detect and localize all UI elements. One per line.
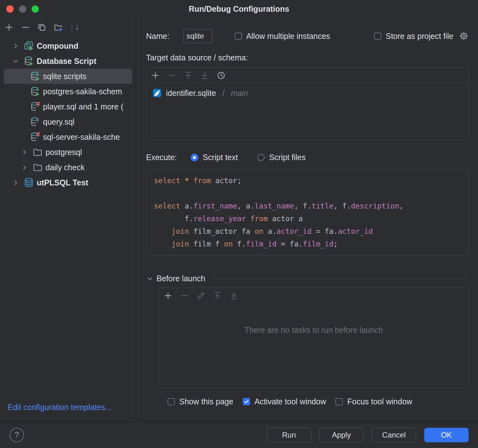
data-source-item[interactable]: identifier.sqlite / main xyxy=(146,84,468,103)
chevron-right-icon[interactable] xyxy=(10,179,21,186)
add-icon[interactable] xyxy=(4,23,14,32)
edit-templates-link[interactable]: Edit configuration templates... xyxy=(0,397,136,421)
edit-icon[interactable] xyxy=(196,291,205,300)
tree-item-sql-server-sakila-sche[interactable]: sql-server-sakila-sche xyxy=(4,129,132,145)
zoom-window-button[interactable] xyxy=(32,5,39,13)
tree-item-label: utPLSQL Test xyxy=(37,178,88,187)
execute-option-script-files[interactable]: Script files xyxy=(257,153,305,162)
cancel-button[interactable]: Cancel xyxy=(372,428,416,442)
sql-code-line: select a.first_name, a.last_name, f.titl… xyxy=(154,200,461,212)
checkbox-label: Focus tool window xyxy=(347,397,412,406)
checkbox-icon[interactable] xyxy=(235,33,242,40)
execute-option-script-text[interactable]: Script text xyxy=(191,153,238,162)
sort-alpha-icon[interactable]: az xyxy=(70,23,79,32)
no-tasks-message: There are no tasks to run before launch xyxy=(159,326,468,335)
radio-icon[interactable] xyxy=(191,154,198,161)
gear-icon[interactable] xyxy=(459,31,469,41)
tree-item-daily-check[interactable]: daily check xyxy=(4,160,132,175)
chevron-right-icon[interactable] xyxy=(19,164,30,171)
dialog-footer: ? RunApplyCancelOK xyxy=(0,421,478,448)
footer-buttons: RunApplyCancelOK xyxy=(267,428,469,442)
add-icon[interactable] xyxy=(163,291,173,300)
tree-item-label: player.sql and 1 more ( xyxy=(43,102,123,111)
chevron-down-icon[interactable] xyxy=(146,275,154,283)
configuration-form: Name: Allow multiple instances Store as … xyxy=(136,18,478,421)
tree-item-postgresql[interactable]: postgresql xyxy=(4,145,132,160)
sqlite-file-icon xyxy=(152,88,162,98)
data-source-separator: / xyxy=(220,89,227,98)
run-button[interactable]: Run xyxy=(267,428,311,442)
tree-item-label: sql-server-sakila-sche xyxy=(43,133,120,142)
checkbox-activate-tool-window[interactable]: Activate tool window xyxy=(243,397,326,406)
config-tree: CompoundDatabase Scriptsqlite scriptspos… xyxy=(0,38,136,397)
execute-options: Script textScript files xyxy=(191,153,305,162)
chevron-down-icon[interactable] xyxy=(10,58,21,65)
chevron-right-icon[interactable] xyxy=(19,149,30,156)
checkbox-label: Show this page xyxy=(179,397,233,406)
tree-item-utplsql-test[interactable]: utPLSQL Test xyxy=(4,175,132,190)
execute-row: Execute: Script textScript files xyxy=(146,153,469,162)
store-as-project-file-checkbox[interactable]: Store as project file xyxy=(374,32,453,41)
chevron-right-icon[interactable] xyxy=(10,42,21,50)
folder-icon xyxy=(32,147,43,158)
name-input[interactable] xyxy=(183,29,212,43)
move-down-icon[interactable] xyxy=(229,291,238,300)
ok-button[interactable]: OK xyxy=(424,428,469,442)
tree-item-label: Compound xyxy=(37,41,78,51)
target-toolbar xyxy=(146,68,468,84)
tree-item-label: sqlite scripts xyxy=(43,72,87,81)
before-launch-label: Before launch xyxy=(156,274,205,283)
tree-item-database-script[interactable]: Database Script xyxy=(4,53,132,69)
before-launch-toolbar xyxy=(159,288,468,303)
before-launch-panel: There are no tasks to run before launch xyxy=(159,288,469,389)
titlebar: Run/Debug Configurations xyxy=(0,0,478,18)
apply-button[interactable]: Apply xyxy=(319,428,364,442)
checkbox-show-this-page[interactable]: Show this page xyxy=(168,397,233,406)
schedule-icon[interactable] xyxy=(217,71,226,80)
checkbox-icon[interactable] xyxy=(374,33,381,40)
tree-item-sqlite-scripts[interactable]: sqlite scripts xyxy=(4,69,132,84)
target-data-source-panel: identifier.sqlite / main xyxy=(146,67,469,141)
checkbox-focus-tool-window[interactable]: Focus tool window xyxy=(335,397,412,406)
checkbox-label: Allow multiple instances xyxy=(246,32,330,41)
tree-item-query-sql[interactable]: query.sql xyxy=(4,114,132,129)
remove-icon[interactable] xyxy=(167,71,176,80)
remove-icon[interactable] xyxy=(21,23,30,32)
tree-item-postgres-sakila-schem[interactable]: postgres-sakila-schem xyxy=(4,84,132,99)
data-source-name: identifier.sqlite xyxy=(166,89,216,98)
svg-text:z: z xyxy=(71,28,73,32)
checkbox-icon[interactable] xyxy=(168,398,175,405)
move-up-icon[interactable] xyxy=(184,71,193,80)
close-window-button[interactable] xyxy=(6,5,14,13)
allow-multiple-instances-checkbox[interactable]: Allow multiple instances xyxy=(235,32,330,41)
new-folder-icon[interactable] xyxy=(54,23,63,32)
add-icon[interactable] xyxy=(151,71,160,80)
target-data-source-label: Target data source / schema: xyxy=(146,53,469,62)
tree-item-compound[interactable]: Compound xyxy=(4,38,132,53)
sql-editor[interactable]: select * from actor;select a.first_name,… xyxy=(146,169,469,256)
minimize-window-button[interactable] xyxy=(19,5,26,13)
configurations-sidebar: az CompoundDatabase Scriptsqlite scripts… xyxy=(0,18,136,421)
sql-code-line: f.release_year from actor a xyxy=(154,212,461,225)
copy-icon[interactable] xyxy=(37,23,46,32)
tree-item-player-sql-and-1-more[interactable]: player.sql and 1 more ( xyxy=(4,99,132,114)
move-up-icon[interactable] xyxy=(213,291,222,300)
checkbox-label: Activate tool window xyxy=(254,397,326,406)
database-run-icon xyxy=(30,71,40,82)
checkbox-icon[interactable] xyxy=(243,398,250,405)
checkbox-icon[interactable] xyxy=(335,398,343,405)
database-icon xyxy=(30,116,40,127)
help-button[interactable]: ? xyxy=(9,428,24,442)
radio-label: Script files xyxy=(269,153,305,162)
tree-item-label: postgresql xyxy=(46,148,82,157)
name-row: Name: Allow multiple instances Store as … xyxy=(146,28,469,44)
compound-icon xyxy=(23,40,34,51)
move-down-icon[interactable] xyxy=(200,71,209,80)
utplsql-icon xyxy=(23,177,34,188)
sql-code-line: select * from actor; xyxy=(154,174,461,187)
before-launch-header[interactable]: Before launch xyxy=(146,274,469,283)
radio-icon[interactable] xyxy=(257,154,265,161)
folder-icon xyxy=(32,162,43,173)
section-divider xyxy=(211,278,469,279)
remove-icon[interactable] xyxy=(180,291,189,300)
